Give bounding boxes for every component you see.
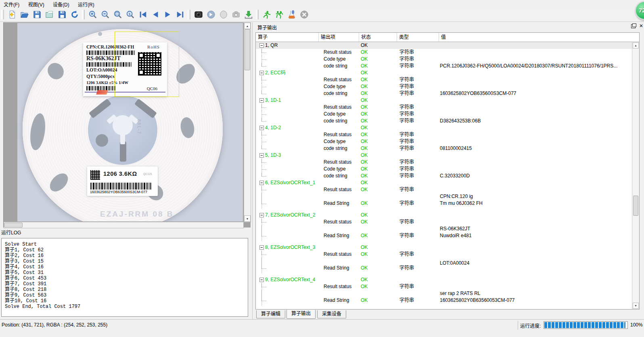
- read-string-row[interactable]: Read StringOK字符串LOT:0A00024: [256, 258, 632, 272]
- zoom-actual-button[interactable]: 1: [124, 9, 136, 21]
- close-panel-icon[interactable]: ✕: [639, 23, 643, 29]
- operator-group: 3, 1D-1OKResult statusOK字符串Code typeOK字符…: [256, 97, 632, 124]
- zoom-fit-button[interactable]: [112, 9, 123, 21]
- output-item-row[interactable]: code stringOK字符串1603625802YOB635600S3CM-…: [256, 90, 632, 97]
- save-image-button[interactable]: [243, 9, 254, 21]
- collapse-icon[interactable]: [259, 245, 264, 250]
- output-item-row[interactable]: Code typeOK字符串: [256, 111, 632, 118]
- nav-first-button[interactable]: [137, 9, 148, 21]
- output-item-row[interactable]: code stringOK字符串PCR.1206J0362-FH/Q5000/L…: [256, 63, 632, 70]
- operator-row[interactable]: 6, EZSolvorOCRText_1OK: [256, 179, 632, 186]
- open-file-icon: [20, 10, 29, 19]
- col-header-operator[interactable]: 算子: [256, 33, 319, 42]
- read-string-row[interactable]: Read StringOK字符串ser rap 2 RATS RL1603625…: [256, 290, 632, 304]
- statusbar-divider: [518, 321, 518, 330]
- scroll-thumb[interactable]: [633, 196, 638, 216]
- scroll-thumb[interactable]: [245, 29, 250, 70]
- operator-row[interactable]: 4, 1D-2OK: [256, 124, 632, 131]
- scroll-thumb[interactable]: [4, 223, 23, 227]
- nav-prev-button[interactable]: [149, 9, 161, 21]
- scroll-up-icon[interactable]: ▲: [244, 23, 251, 29]
- output-item-row[interactable]: Result statusOK字符串: [256, 186, 632, 193]
- collapse-icon[interactable]: [259, 153, 264, 158]
- operator-row[interactable]: 1, QROK: [256, 42, 632, 49]
- menu-bar: 文件(F) 视图(V) 设备(D) 运行(R): [0, 0, 644, 8]
- output-item-row[interactable]: Result statusOK字符串: [256, 159, 632, 166]
- scroll-down-icon[interactable]: ▼: [244, 215, 251, 222]
- output-item-row[interactable]: Result statusOK字符串: [256, 49, 632, 56]
- operator-row[interactable]: 7, EZSolvorOCRText_2OK: [256, 212, 632, 219]
- output-item-row[interactable]: Result statusOK字符串: [256, 251, 632, 258]
- collapse-icon[interactable]: [259, 71, 264, 75]
- refresh-button[interactable]: [69, 9, 80, 21]
- log-line: 算子4, Cost 16: [5, 264, 248, 270]
- operator-row[interactable]: 3, 1D-1OK: [256, 97, 632, 104]
- run-continuous-button[interactable]: [273, 9, 285, 21]
- menu-view[interactable]: 视图(V): [25, 0, 48, 8]
- snapshot-button[interactable]: [230, 9, 242, 21]
- menu-run[interactable]: 运行(R): [74, 0, 98, 8]
- output-item-row[interactable]: Code typeOK字符串: [256, 138, 632, 145]
- output-item-row[interactable]: code stringOK字符串D382643253B:06B: [256, 118, 632, 124]
- output-item-row[interactable]: Result statusOK字符串: [256, 131, 632, 138]
- collapse-icon[interactable]: [259, 126, 264, 130]
- run-once-button[interactable]: [205, 9, 217, 21]
- col-header-value[interactable]: 值: [439, 33, 639, 42]
- tab-operator-output[interactable]: 算子输出: [286, 310, 316, 319]
- camera-button[interactable]: [192, 9, 204, 21]
- zoom-in-button[interactable]: [87, 9, 98, 21]
- abort-button[interactable]: [298, 9, 310, 21]
- run-button[interactable]: [261, 9, 272, 21]
- image-vertical-scrollbar[interactable]: ▲ ▼: [244, 22, 251, 222]
- output-item-row[interactable]: Result statusOK字符串: [256, 76, 632, 83]
- output-item-row[interactable]: Code typeOK字符串: [256, 56, 632, 63]
- open-file-button[interactable]: [19, 9, 30, 21]
- float-panel-icon[interactable]: [631, 24, 636, 28]
- save-image-icon: [244, 10, 253, 19]
- output-item-row[interactable]: Code typeOK字符串: [256, 83, 632, 90]
- collapse-icon[interactable]: [259, 43, 264, 48]
- save-all-button[interactable]: [56, 9, 68, 21]
- output-item-row[interactable]: Result statusOK字符串: [256, 283, 632, 290]
- col-header-status[interactable]: 状态: [359, 33, 397, 42]
- open-project-button[interactable]: [44, 9, 55, 21]
- image-horizontal-scrollbar[interactable]: [4, 222, 244, 228]
- scroll-up-icon[interactable]: ▲: [633, 42, 639, 48]
- operator-row[interactable]: 8, EZSolvorOCRText_3OK: [256, 244, 632, 251]
- inspection-image[interactable]: 88L-7 CPN:CR.1206J0362-FH RS-06K362JT LO…: [17, 23, 243, 221]
- zoom-out-button[interactable]: [99, 9, 111, 21]
- operator-row[interactable]: 2, ECC码OK: [256, 70, 632, 76]
- new-file-button[interactable]: [6, 9, 18, 21]
- run-log[interactable]: Solve Start算子1, Cost 62算子2, Cost 16算子3, …: [1, 238, 248, 317]
- stop-button[interactable]: [217, 9, 229, 21]
- test-button[interactable]: [286, 9, 297, 21]
- save-button[interactable]: [31, 9, 43, 21]
- roi-rectangle[interactable]: [115, 32, 179, 97]
- operator-row[interactable]: 5, 1D-3OK: [256, 152, 632, 159]
- collapse-icon[interactable]: [259, 278, 264, 282]
- log-line: 算子3, Cost 15: [5, 259, 248, 264]
- menu-device[interactable]: 设备(D): [49, 0, 73, 8]
- output-item-row[interactable]: Result statusOK字符串: [256, 104, 632, 111]
- nav-last-button[interactable]: [174, 9, 186, 21]
- center-label-qc: QC121: [143, 173, 152, 175]
- nav-next-button[interactable]: [162, 9, 174, 21]
- menu-file[interactable]: 文件(F): [0, 0, 23, 8]
- table-vertical-scrollbar[interactable]: ▲ ▼: [632, 42, 639, 309]
- collapse-icon[interactable]: [259, 181, 264, 185]
- tab-operator-edit[interactable]: 算子编辑: [256, 310, 285, 318]
- output-item-row[interactable]: Code typeOK字符串: [256, 166, 632, 173]
- output-item-row[interactable]: Result statusOK字符串: [256, 219, 632, 225]
- collapse-icon[interactable]: [259, 98, 264, 103]
- col-header-type[interactable]: 类型: [397, 33, 439, 42]
- tab-capture-device[interactable]: 采集设备: [317, 310, 346, 318]
- read-string-row[interactable]: Read StringOK字符串RS-06K362JTNuwdoiR e481: [256, 225, 632, 239]
- operator-row[interactable]: 9, EZSolvorOCRText_4OK: [256, 276, 632, 283]
- cursor-position-readout: Position: (431, 721), RGBA : (254, 252, …: [2, 322, 107, 328]
- scroll-down-icon[interactable]: ▼: [633, 303, 639, 309]
- output-item-row[interactable]: code stringOK字符串081100002415: [256, 145, 632, 152]
- col-header-output-item[interactable]: 输出项: [319, 33, 359, 42]
- output-item-row[interactable]: code stringOK字符串C.32033200D: [256, 173, 632, 179]
- collapse-icon[interactable]: [259, 213, 264, 217]
- read-string-row[interactable]: Read StringOK字符串CPN:CR.120 igTm mu 06J03…: [256, 193, 632, 207]
